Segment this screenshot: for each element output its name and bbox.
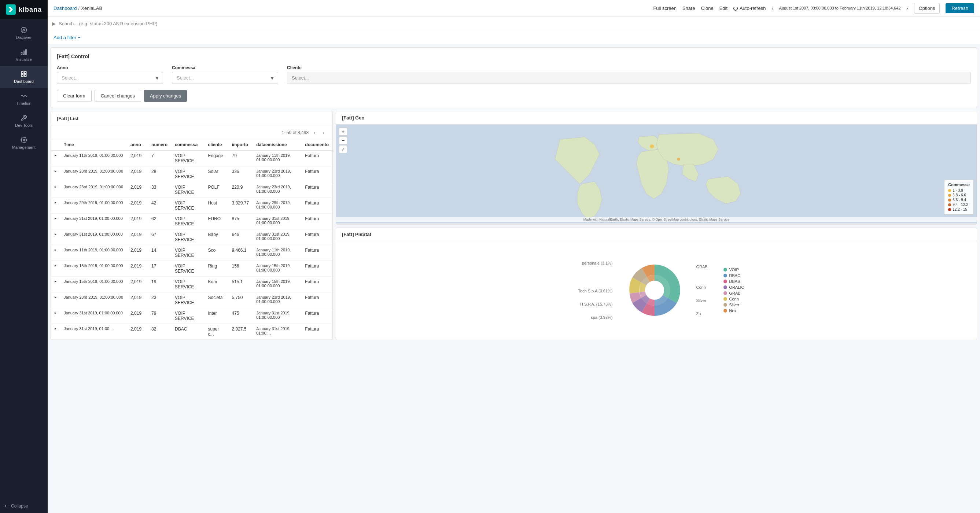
legend-dbas: DBAS [724,279,745,284]
col-dataemissione[interactable]: dataemissione [253,139,301,151]
geo-map[interactable]: + − ⤢ [336,125,977,224]
cell-numero: 19 [148,276,171,292]
row-expand[interactable]: ▸ [51,214,60,229]
cell-cliente: Ring [205,261,228,276]
pagination-next[interactable]: › [321,129,326,136]
chevron-left-action[interactable]: ‹ [772,5,773,11]
bottom-area: [Fatt] List 1–50 of 8,498 ‹ › Time anno … [51,111,977,340]
row-expand[interactable]: ▸ [51,261,60,276]
svg-rect-6 [25,71,26,73]
cell-numero: 14 [148,245,171,261]
kibana-icon [6,5,16,15]
sidebar-item-timelion[interactable]: Timelion [0,88,48,110]
legend-dot-nex [724,309,727,313]
time-range[interactable]: August 1st 2007, 00:00:00.000 to Februar… [779,6,900,10]
legend-label-2: 3.8 - 6.6 [953,193,966,197]
row-expand[interactable]: ▸ [51,324,60,340]
cliente-input[interactable] [287,72,971,84]
col-anno[interactable]: anno ↓ [127,139,148,151]
cell-commessa: VOIP SERVICE [171,198,204,214]
control-fields: Anno Select... ▼ Commessa Select... [57,65,971,84]
compass-icon [20,26,27,34]
auto-refresh-action[interactable]: Auto-refresh [733,5,765,11]
map-zoom-in[interactable]: + [339,127,347,136]
sidebar-item-devtools[interactable]: Dev Tools [0,110,48,132]
clear-form-button[interactable]: Clear form [57,90,92,102]
col-commessa[interactable]: commessa [171,139,204,151]
legend-label-1: 1 - 3.8 [953,188,963,192]
sidebar-item-visualize[interactable]: Visualize [0,44,48,66]
auto-refresh-icon [733,6,738,11]
legend-label-voip: VOIP [729,267,739,272]
sidebar-item-discover[interactable]: Discover [0,22,48,44]
breadcrumb-current: XeniaLAB [81,5,102,11]
svg-point-12 [677,157,680,160]
map-legend-title: Commesse [948,183,970,187]
cell-cliente: Solar [205,166,228,182]
col-documento[interactable]: documento [301,139,332,151]
row-expand[interactable]: ▸ [51,276,60,292]
map-fit[interactable]: ⤢ [339,145,347,153]
cell-cliente: EURO [205,214,228,229]
row-expand[interactable]: ▸ [51,229,60,245]
row-expand[interactable]: ▸ [51,198,60,214]
cell-documento: Fattura [301,261,332,276]
sidebar-item-dashboard[interactable]: Dashboard [0,66,48,88]
label-tech: Tech S.p.A (0.61%) [569,289,613,293]
logo: kibana [0,0,48,19]
breadcrumb-home[interactable]: Dashboard [54,5,77,11]
legend-label-oralic: ORALIC [729,285,745,289]
cell-cliente: Inter [205,308,228,324]
svg-rect-4 [21,52,22,55]
table-row: ▸ January 15th 2019, 01:00:00.000 2,019 … [51,276,332,292]
row-expand[interactable]: ▸ [51,151,60,166]
options-button[interactable]: Options [914,3,940,14]
row-expand[interactable]: ▸ [51,166,60,182]
cell-commessa: VOIP SERVICE [171,182,204,198]
anno-select[interactable]: Select... [57,72,163,84]
collapse-button[interactable]: Collapse [0,499,48,513]
add-filter-button[interactable]: Add a filter + [54,35,80,40]
row-expand[interactable]: ▸ [51,308,60,324]
clone-action[interactable]: Clone [701,5,714,11]
wrench-icon [20,114,27,122]
svg-marker-1 [23,29,25,31]
cell-dataemissione: January 31st 2019, 01:00:00.000 [253,229,301,245]
map-zoom-out[interactable]: − [339,136,347,145]
refresh-button[interactable]: Refresh [945,3,974,13]
col-numero[interactable]: numero [148,139,171,151]
cell-cliente: Engage [205,151,228,166]
cell-dataemissione: January 15th 2019, 01:00:00.000 [253,276,301,292]
legend-dot-4 [948,203,951,206]
pagination-range: 1–50 of 8,498 [282,130,309,135]
row-expand[interactable]: ▸ [51,182,60,198]
row-expand[interactable]: ▸ [51,292,60,308]
pagination: 1–50 of 8,498 ‹ › [51,126,332,139]
pagination-prev[interactable]: ‹ [312,129,317,136]
cancel-changes-button[interactable]: Cancel changes [95,90,141,102]
cell-time: January 23rd 2019, 01:00:00.000 [60,292,127,308]
row-expand[interactable]: ▸ [51,245,60,261]
cell-dataemissione: January 29th 2019, 01:00:00.000 [253,198,301,214]
col-importo[interactable]: importo [228,139,253,151]
table-row: ▸ January 11th 2019, 01:00:00.000 2,019 … [51,151,332,166]
fullscreen-action[interactable]: Full screen [653,5,676,11]
cell-numero: 23 [148,292,171,308]
edit-action[interactable]: Edit [719,5,727,11]
table-row: ▸ January 23rd 2019, 01:00:00.000 2,019 … [51,166,332,182]
chevron-right-action[interactable]: › [906,5,908,11]
cell-dataemissione: January 15th 2019, 01:00:00.000 [253,261,301,276]
label-za: Za [696,311,715,316]
col-time[interactable]: Time [60,139,127,151]
cell-commessa: VOIP SERVICE [171,245,204,261]
commessa-select[interactable]: Select... [172,72,278,84]
cell-commessa: DBAC [171,324,204,340]
anno-label: Anno [57,65,163,70]
share-action[interactable]: Share [682,5,695,11]
cell-documento: Fattura [301,166,332,182]
apply-changes-button[interactable]: Apply changes [144,90,187,102]
sidebar-item-management[interactable]: Management [0,132,48,154]
cliente-label: Cliente [287,65,971,70]
search-input[interactable] [59,21,975,26]
col-cliente[interactable]: cliente [205,139,228,151]
